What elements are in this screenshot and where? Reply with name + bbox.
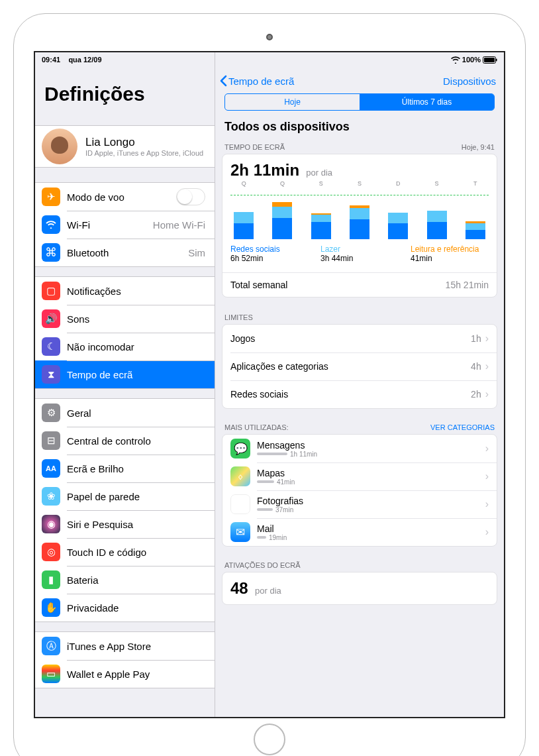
battery-icon	[483, 56, 497, 64]
devices-button[interactable]: Dispositivos	[443, 76, 496, 87]
wifi-row[interactable]: Wi-Fi Home Wi-Fi	[35, 211, 215, 239]
privacy-row[interactable]: ✋Privacidade	[35, 594, 215, 621]
most-used-header: MAIS UTILIZADAS: VER CATEGORIAS	[215, 417, 504, 434]
wifi-icon	[42, 215, 60, 234]
display-label: Ecrã e Brilho	[67, 463, 124, 474]
display-row[interactable]: AAEcrã e Brilho	[35, 455, 215, 482]
screentime-header: TEMPO DE ECRÃ Hoje, 9:41	[215, 136, 504, 154]
touchid-row[interactable]: ◎Touch ID e código	[35, 538, 215, 566]
app-messages-name: Mensagens	[257, 440, 485, 451]
limit-apps-row[interactable]: Aplicações e categorias4h›	[222, 352, 497, 380]
dnd-row[interactable]: ☾ Não incomodar	[35, 333, 215, 360]
appstore-icon: Ⓐ	[42, 637, 60, 655]
airplane-label: Modo de voo	[67, 191, 176, 203]
battery-row[interactable]: ▮Bateria	[35, 566, 215, 594]
most-used-list: 💬 Mensagens1h 11min › ⬨ Mapas41min › 🏵 F…	[222, 434, 497, 547]
dnd-label: Não incomodar	[67, 341, 134, 352]
app-maps-row[interactable]: ⬨ Mapas41min ›	[222, 462, 497, 490]
home-button[interactable]	[254, 724, 285, 755]
pickups-card[interactable]: 48 por dia	[222, 572, 497, 605]
touchid-label: Touch ID e código	[67, 547, 146, 558]
limits-header-label: LIMITES	[224, 313, 253, 321]
limit-apps-label: Aplicações e categorias	[230, 361, 471, 372]
wallpaper-row[interactable]: ❀Papel de parede	[35, 482, 215, 510]
cc-label: Central de controlo	[67, 435, 151, 447]
pickups-number: 48	[230, 579, 248, 597]
screentime-card[interactable]: 2h 11min por dia QQSSDST Redes sociais6h…	[222, 154, 497, 297]
pickups-header-label: ATIVAÇÕES DO ECRÃ	[224, 561, 301, 569]
wallet-icon: ▭	[42, 665, 60, 683]
pickups-value: 48 por dia	[222, 572, 497, 604]
segment-today[interactable]: Hoje	[225, 94, 360, 110]
wallet-label: Wallet e Apple Pay	[67, 669, 150, 680]
photos-icon: 🏵	[230, 494, 250, 514]
chevron-right-icon: ›	[485, 498, 489, 510]
cat-reading-name: Leitura e referência	[411, 244, 489, 254]
chevron-right-icon: ›	[485, 526, 489, 538]
wifi-label: Wi-Fi	[67, 219, 153, 231]
airplane-toggle[interactable]	[176, 188, 205, 205]
nav-bar: Tempo de ecrã Dispositivos	[215, 68, 504, 89]
limit-games-row[interactable]: Jogos1h›	[222, 325, 497, 352]
app-mail-bar	[257, 536, 266, 539]
control-center-row[interactable]: ⊟Central de controlo	[35, 427, 215, 455]
sounds-label: Sons	[67, 313, 89, 325]
cat-leisure-val: 3h 44min	[320, 254, 399, 263]
itunes-row[interactable]: ⒶiTunes e App Store	[35, 632, 215, 660]
limits-list: Jogos1h› Aplicações e categorias4h› Rede…	[222, 324, 497, 409]
weekly-total-value: 15h 21min	[446, 280, 489, 290]
status-date: qua 12/09	[68, 56, 101, 64]
usage-chart: QQSSDST	[230, 180, 489, 239]
app-messages-row[interactable]: 💬 Mensagens1h 11min ›	[222, 435, 497, 462]
back-button[interactable]: Tempo de ecrã	[219, 75, 294, 87]
moon-icon: ☾	[42, 337, 60, 356]
cat-leisure-name: Lazer	[320, 244, 399, 254]
most-used-label: MAIS UTILIZADAS:	[224, 423, 289, 431]
itunes-label: iTunes e App Store	[67, 641, 151, 652]
general-row[interactable]: ⚙Geral	[35, 399, 215, 427]
wallet-row[interactable]: ▭Wallet e Apple Pay	[35, 660, 215, 688]
limit-games-val: 1h	[471, 333, 481, 344]
general-label: Geral	[67, 407, 91, 419]
general-group: ⚙Geral ⊟Central de controlo AAEcrã e Bri…	[35, 398, 215, 622]
limit-social-row[interactable]: Redes sociais2h›	[222, 380, 497, 408]
bluetooth-label: Bluetooth	[67, 247, 188, 258]
app-maps-name: Mapas	[257, 468, 485, 478]
all-devices-title: Todos os dispositivos	[215, 115, 504, 136]
wallpaper-icon: ❀	[42, 487, 60, 506]
bluetooth-row[interactable]: ⌘ Bluetooth Sim	[35, 239, 215, 266]
limit-games-label: Jogos	[230, 333, 471, 344]
status-left: 09:41 qua 12/09	[42, 56, 102, 64]
wifi-icon	[451, 56, 460, 64]
screentime-label: Tempo de ecrã	[67, 369, 132, 380]
weekly-total-row: Total semanal 15h 21min	[222, 272, 497, 297]
siri-row[interactable]: ◉Siri e Pesquisa	[35, 510, 215, 538]
screentime-row[interactable]: ⧗ Tempo de ecrã	[35, 360, 215, 388]
time-range-segment[interactable]: Hoje Últimos 7 dias	[224, 93, 495, 111]
user-sublabel: ID Apple, iTunes e App Store, iCloud	[85, 149, 205, 157]
weekly-total-label: Total semanal	[230, 280, 287, 290]
pickups-header: ATIVAÇÕES DO ECRÃ	[215, 555, 504, 572]
app-photos-name: Fotografias	[257, 496, 485, 506]
notifications-row[interactable]: ▢ Notificações	[35, 277, 215, 305]
airplane-row[interactable]: ✈ Modo de voo	[35, 183, 215, 211]
back-label: Tempo de ecrã	[228, 76, 294, 87]
siri-label: Siri e Pesquisa	[67, 519, 133, 530]
chevron-right-icon: ›	[485, 360, 489, 372]
app-maps-bar	[257, 480, 274, 483]
fingerprint-icon: ◎	[42, 543, 60, 561]
apple-id-row[interactable]: Lia Longo ID Apple, iTunes e App Store, …	[35, 126, 215, 167]
sounds-row[interactable]: 🔊 Sons	[35, 305, 215, 333]
notifications-icon: ▢	[42, 282, 60, 300]
app-messages-bar	[257, 453, 287, 455]
cat-reading-val: 41min	[411, 254, 489, 263]
daily-average: 2h 11min por dia	[230, 161, 489, 180]
app-photos-row[interactable]: 🏵 Fotografias37min ›	[222, 490, 497, 518]
connectivity-group: ✈ Modo de voo Wi-Fi Home Wi-Fi ⌘ Bluetoo…	[35, 182, 215, 267]
segment-week[interactable]: Últimos 7 dias	[360, 94, 494, 110]
app-mail-row[interactable]: ✉ Mail19min ›	[222, 518, 497, 546]
app-photos-time: 37min	[275, 506, 293, 513]
sounds-icon: 🔊	[42, 309, 60, 328]
see-categories-link[interactable]: VER CATEGORIAS	[430, 423, 495, 431]
camera-dot	[266, 34, 273, 40]
